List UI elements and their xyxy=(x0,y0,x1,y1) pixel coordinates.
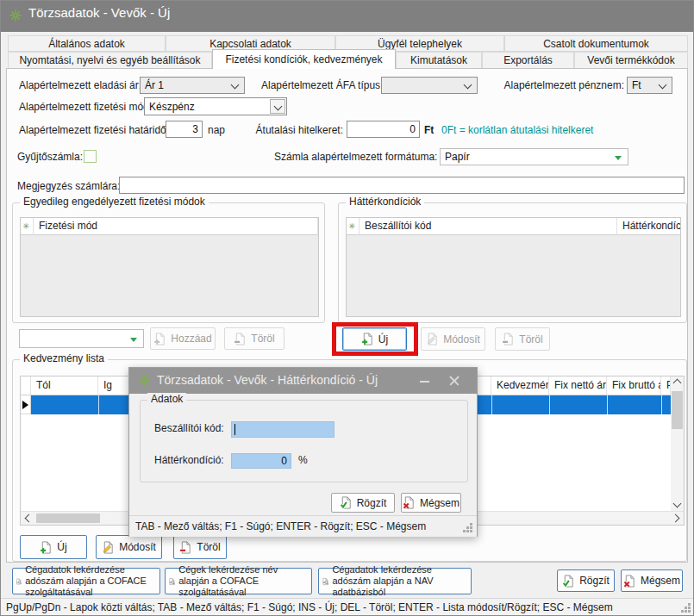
default-payment-method-combo[interactable]: Készpénz xyxy=(144,97,287,115)
condition-percent-label: Háttérkondíció: xyxy=(154,451,224,469)
tab-nyomtatasi-beallitasok[interactable]: Nyomtatási, nyelvi és egyéb beállítások xyxy=(8,52,212,69)
default-sale-price-label: Alapértelmezett eladási ár: xyxy=(19,77,138,94)
scroll-left-button[interactable] xyxy=(21,512,34,525)
doc-check-icon xyxy=(340,496,353,509)
payment-deadline-input[interactable] xyxy=(166,121,203,138)
tab-kimutatasok[interactable]: Kimutatások xyxy=(396,52,482,69)
highlight-annotation-rectangle xyxy=(332,322,418,356)
doc-plus-icon xyxy=(153,333,166,345)
dialog-cancel-button[interactable]: Mégsem xyxy=(401,493,461,513)
close-button[interactable] xyxy=(445,371,464,390)
background-condition-modify-button[interactable]: Módosít xyxy=(421,327,485,351)
background-conditions-group-title: Háttérkondíciók xyxy=(346,196,424,208)
minimize-button[interactable] xyxy=(416,371,435,390)
column-header-beszallitoi-kod[interactable]: Beszállítói kód xyxy=(360,218,617,235)
doc-cross-icon xyxy=(623,575,636,588)
tab-vevoi-termekkodok[interactable]: Vevői termékkódok xyxy=(574,52,688,69)
tab-exportalas[interactable]: Exportálás xyxy=(482,52,574,69)
column-header-icon: ✳ xyxy=(21,218,34,235)
default-sale-price-combo[interactable]: Ár 1 xyxy=(140,77,245,94)
coface-name-lookup-button[interactable]: Cégek lekérdezése név alapján a COFACE s… xyxy=(165,568,312,594)
invoice-format-label: Számla alapértelmezett formátuma: xyxy=(274,148,435,165)
default-vat-type-combo[interactable] xyxy=(381,77,478,94)
transfer-credit-input[interactable] xyxy=(347,121,420,138)
payment-mode-delete-button[interactable]: Töröl xyxy=(224,327,284,350)
background-conditions-table[interactable]: ✳ Beszállítói kód Háttérkondíció xyxy=(346,217,681,317)
background-condition-dialog: Törzsadatok - Vevők - Háttérkondíció - Ú… xyxy=(128,367,478,537)
discount-modify-button[interactable]: Módosít xyxy=(96,535,162,559)
dialog-save-button[interactable]: Rögzít xyxy=(331,493,395,513)
tab-csatolt-dokumentumok[interactable]: Csatolt dokumentumok xyxy=(504,35,688,52)
chevron-down-icon xyxy=(659,81,667,90)
column-header-fix-brutto-ar[interactable]: Fix bruttó ár xyxy=(607,376,661,395)
tab-altalanos-adatok[interactable]: Általános adatok xyxy=(8,35,166,52)
combo-dropdown-button[interactable] xyxy=(270,99,285,114)
horizontal-scrollbar-thumb[interactable] xyxy=(36,513,100,523)
background-condition-delete-button[interactable]: Töröl xyxy=(495,327,550,351)
vertical-scrollbar-thumb[interactable] xyxy=(672,391,683,429)
save-button[interactable]: Rögzít xyxy=(557,569,615,592)
column-header-kedvezmeny[interactable]: Kedvezmény xyxy=(491,376,549,395)
column-header-fizetesi-mod[interactable]: Fizetési mód xyxy=(34,218,318,235)
default-vat-type-label: Alapértelmezett ÁFA típus: xyxy=(261,77,378,94)
collective-invoice-checkbox[interactable] xyxy=(84,150,97,163)
credit-hint-text: 0Ft = korlátlan átutalási hitelkeret xyxy=(441,121,593,139)
nav-tax-lookup-button[interactable]: Cégadatok lekérdezése adószám alapján a … xyxy=(318,568,472,594)
column-header-tol[interactable]: Tól xyxy=(31,376,98,395)
doc-cross-icon xyxy=(403,496,416,509)
column-header-p[interactable]: P xyxy=(661,376,671,395)
payment-mode-select-combo[interactable] xyxy=(19,329,144,348)
vertical-scrollbar[interactable] xyxy=(671,376,684,511)
invoice-note-label: Megjegyzés számlára: xyxy=(17,177,120,195)
doc-pencil-icon xyxy=(102,541,115,554)
column-header-fix-netto-ar[interactable]: Fix nettó ár xyxy=(549,376,607,395)
condition-percent-input[interactable] xyxy=(231,453,291,469)
dialog-titlebar: Törzsadatok - Vevők - Háttérkondíció - Ú… xyxy=(129,368,477,394)
payment-modes-group-title: Egyedileg engedélyezett fizetési módok xyxy=(20,196,209,208)
discount-delete-button[interactable]: Töröl xyxy=(173,535,227,559)
dialog-data-groupbox: Adatok Beszállítói kód: Háttérkondíció: … xyxy=(140,400,468,482)
app-icon xyxy=(9,9,22,22)
default-currency-combo[interactable]: Ft xyxy=(627,77,672,94)
background-conditions-groupbox: Háttérkondíciók ✳ Beszállítói kód Háttér… xyxy=(338,202,687,323)
app-icon xyxy=(138,374,151,387)
invoice-note-input[interactable] xyxy=(119,177,685,194)
scroll-right-button[interactable] xyxy=(670,512,683,525)
doc-pencil-icon xyxy=(426,333,439,345)
payment-modes-table[interactable]: ✳ Fizetési mód xyxy=(20,217,319,317)
coface-tax-lookup-button[interactable]: Cégadatok lekérdezése adószám alapján a … xyxy=(12,568,160,594)
chevron-down-icon xyxy=(274,103,283,111)
doc-check-icon xyxy=(562,575,575,588)
chevron-down-icon xyxy=(464,81,472,90)
dialog-resize-grip[interactable] xyxy=(470,530,472,532)
current-row-marker xyxy=(21,395,31,414)
scroll-up-button[interactable] xyxy=(671,376,684,389)
main-status-bar: PgUp/PgDn - Lapok közti váltás; TAB - Me… xyxy=(1,598,694,616)
column-header-hatterkondicio[interactable]: Háttérkondíció xyxy=(617,218,680,235)
chevron-left-icon xyxy=(24,514,33,523)
payment-mode-add-button[interactable]: Hozzáad xyxy=(150,327,216,350)
chevron-down-icon xyxy=(231,81,240,90)
resize-grip[interactable] xyxy=(688,610,691,613)
cancel-button[interactable]: Mégsem xyxy=(621,569,683,592)
payment-modes-groupbox: Egyedileg engedélyezett fizetési módok ✳… xyxy=(12,202,325,323)
chevron-down-icon xyxy=(673,499,682,507)
doc-minus-icon xyxy=(179,541,192,554)
window-titlebar: Törzsadatok - Vevők - Új xyxy=(1,1,693,32)
tab-fizetesi-kondiciok[interactable]: Fizetési kondíciók, kedvezmények xyxy=(212,49,396,69)
discount-new-button[interactable]: Új xyxy=(20,535,87,559)
column-header-icon: ✳ xyxy=(347,218,360,235)
dialog-status-bar: TAB - Mező váltás; F1 - Súgó; ENTER - Rö… xyxy=(129,515,477,537)
credit-unit-label: Ft xyxy=(424,121,434,139)
default-payment-deadline-label: Alapértelmezett fizetési határidő: xyxy=(19,121,164,139)
supplier-code-input[interactable] xyxy=(231,421,334,438)
collective-invoice-label: Gyűjtőszámla: xyxy=(17,148,83,165)
minimize-icon xyxy=(420,381,429,383)
dialog-group-title: Adatok xyxy=(147,393,186,405)
invoice-format-combo[interactable]: Papír xyxy=(440,148,628,165)
row-marker-header xyxy=(21,376,31,395)
default-payment-method-label: Alapértelmezett fizetési mód: xyxy=(19,98,152,115)
doc-minus-icon xyxy=(234,333,247,345)
doc-plus-icon xyxy=(40,541,53,554)
scroll-down-button[interactable] xyxy=(671,498,684,511)
